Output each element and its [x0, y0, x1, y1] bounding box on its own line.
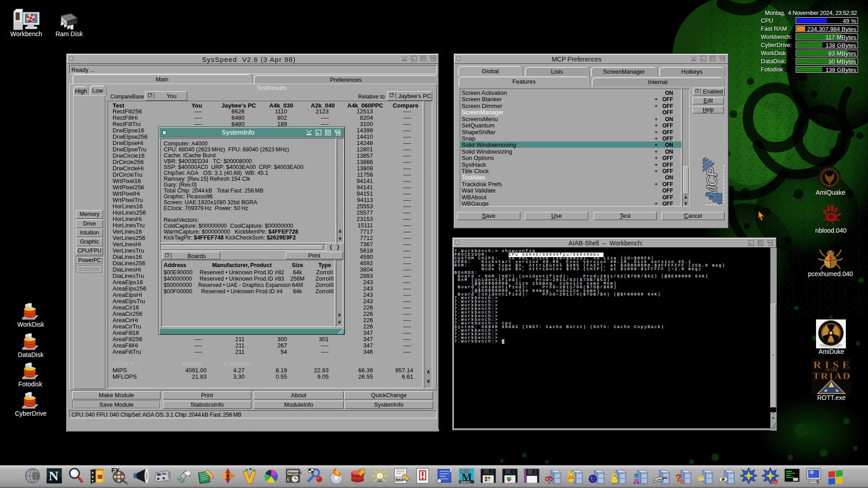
svg-text:?: ?	[816, 479, 819, 485]
svg-text:3D: 3D	[771, 479, 778, 485]
svg-text:MCP: MCP	[703, 166, 720, 198]
svg-text:PowerPC: PowerPC	[288, 471, 302, 475]
svg-text:N: N	[49, 468, 59, 483]
svg-text:Maxon: Maxon	[461, 480, 471, 484]
svg-text:6: 6	[287, 477, 290, 482]
svg-text:B: B	[32, 470, 39, 482]
